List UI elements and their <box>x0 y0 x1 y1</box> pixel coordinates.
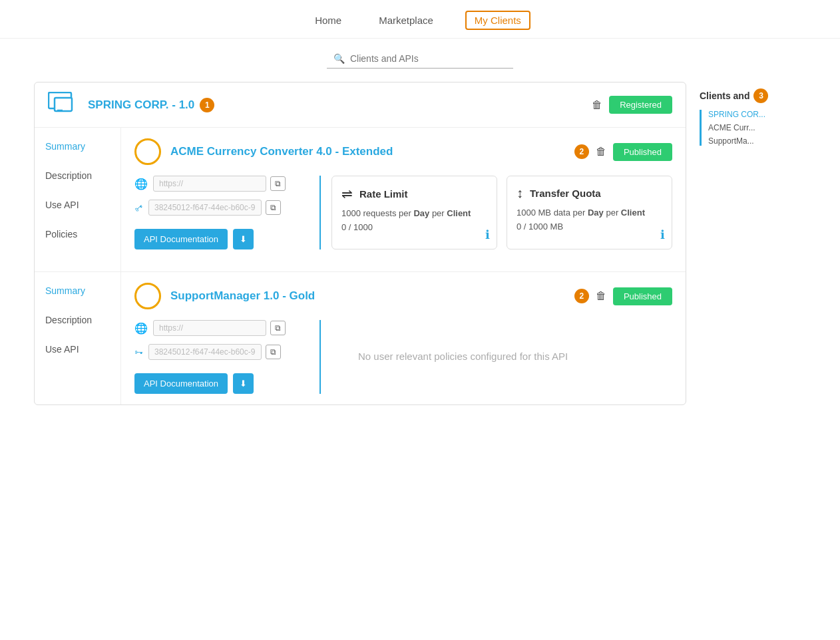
api1-nav-use-api[interactable]: Use API <box>45 200 120 210</box>
sidebar-links: SPRING COR... ACME Curr... SupportMa... <box>700 110 806 146</box>
sidebar-section-title: Clients and 3 <box>700 88 806 103</box>
api2-url-copy[interactable]: ⧉ <box>270 321 286 335</box>
api2-url-input[interactable] <box>153 320 266 336</box>
api1-download-button[interactable]: ⬇ <box>233 229 254 249</box>
client-badge: 1 <box>200 98 214 112</box>
api2-key-row: 🗝 ⧉ <box>134 344 309 360</box>
nav-marketplace[interactable]: Marketplace <box>373 12 439 29</box>
api-section-2: Summary Description Use API SupportManag… <box>35 272 686 404</box>
sidebar-link-acme[interactable]: ACME Curr... <box>708 123 788 132</box>
api-section-1: Summary Description Use API Policies ACM… <box>35 128 686 271</box>
api2-key-icon: 🗝 <box>134 347 143 357</box>
api2-badge: 2 <box>574 289 589 303</box>
api1-url-row: 🌐 ⧉ <box>134 176 309 192</box>
api2-body: 🌐 ⧉ 🗝 ⧉ API Document <box>134 320 672 394</box>
sidebar-link-spring[interactable]: SPRING COR... <box>708 110 788 119</box>
api2-no-policies: No user relevant policies configured for… <box>331 320 672 394</box>
api1-logo <box>134 138 161 165</box>
svg-rect-1 <box>55 98 72 111</box>
client-header: SPRING CORP. - 1.0 1 🗑 Registered <box>35 82 686 128</box>
api1-key-input[interactable] <box>148 200 262 216</box>
rate-limit-card: ⇌ Rate Limit 1000 requests per Day per C… <box>331 176 497 249</box>
key-icon: 🗝 <box>132 201 146 214</box>
transfer-quota-usage: 0 / 1000 MB <box>517 222 662 232</box>
search-icon: 🔍 <box>333 53 345 64</box>
rate-limit-desc: 1000 requests per Day per Client <box>341 208 487 218</box>
api2-nav-description[interactable]: Description <box>45 315 120 325</box>
transfer-quota-desc: 1000 MB data per Day per Client <box>517 208 662 218</box>
api2-key-input[interactable] <box>148 344 262 360</box>
transfer-quota-info-icon[interactable]: ℹ <box>660 228 665 242</box>
rate-limit-info-icon[interactable]: ℹ <box>485 228 490 242</box>
api2-nav-summary[interactable]: Summary <box>45 285 120 296</box>
left-panel: SPRING CORP. - 1.0 1 🗑 Registered Summar… <box>34 82 686 421</box>
sidebar-title-text: Clients and <box>700 90 749 101</box>
api1-title: ACME Currency Converter 4.0 - Extended <box>170 145 574 158</box>
sidebar-link-support[interactable]: SupportMa... <box>708 136 788 146</box>
api2-nav-use-api[interactable]: Use API <box>45 344 120 355</box>
api2-sidebar-nav: Summary Description Use API <box>35 272 121 404</box>
transfer-quota-header: ↕ Transfer Quota <box>517 186 662 201</box>
search-bar: 🔍 <box>327 49 513 69</box>
client-card: SPRING CORP. - 1.0 1 🗑 Registered Summar… <box>34 82 686 405</box>
transfer-quota-title: Transfer Quota <box>530 188 601 199</box>
rate-limit-icon: ⇌ <box>341 186 353 202</box>
api1-doc-button[interactable]: API Documentation <box>134 229 228 249</box>
api2-published-button[interactable]: Published <box>613 287 672 305</box>
api1-body: 🌐 ⧉ 🗝 ⧉ API Document <box>134 176 672 249</box>
client-title: SPRING CORP. - 1.0 1 <box>88 98 592 112</box>
api2-url-row: 🌐 ⧉ <box>134 320 309 336</box>
api1-url-copy[interactable]: ⧉ <box>270 176 286 191</box>
api1-nav-description[interactable]: Description <box>45 170 120 181</box>
nav-my-clients[interactable]: My Clients <box>465 11 530 30</box>
api2-doc-button[interactable]: API Documentation <box>134 373 228 394</box>
api2-delete-icon[interactable]: 🗑 <box>596 290 606 302</box>
client-delete-icon[interactable]: 🗑 <box>592 99 602 111</box>
rate-limit-title: Rate Limit <box>359 188 408 200</box>
api1-header: ACME Currency Converter 4.0 - Extended 2… <box>134 138 672 165</box>
sidebar-badge: 3 <box>753 88 768 103</box>
api2-content: SupportManager 1.0 - Gold 2 🗑 Published … <box>121 272 686 404</box>
api2-credentials: 🌐 ⧉ 🗝 ⧉ API Document <box>134 320 321 394</box>
client-name: SPRING CORP. - 1.0 <box>88 98 194 112</box>
api1-nav-summary[interactable]: Summary <box>45 141 120 152</box>
client-icon <box>48 92 80 118</box>
transfer-quota-card: ↕ Transfer Quota 1000 MB data per Day pe… <box>507 176 672 249</box>
api1-policy-cards: ⇌ Rate Limit 1000 requests per Day per C… <box>331 176 672 249</box>
main-content: SPRING CORP. - 1.0 1 🗑 Registered Summar… <box>21 82 819 421</box>
api2-key-copy[interactable]: ⧉ <box>266 345 281 359</box>
api2-header: SupportManager 1.0 - Gold 2 🗑 Published <box>134 283 672 309</box>
api2-title: SupportManager 1.0 - Gold <box>170 289 574 303</box>
api2-download-button[interactable]: ⬇ <box>233 373 254 394</box>
api1-key-copy[interactable]: ⧉ <box>266 200 281 215</box>
api1-url-input[interactable] <box>153 176 266 192</box>
api1-key-row: 🗝 ⧉ <box>134 200 309 216</box>
api1-badge: 2 <box>574 144 589 159</box>
api1-delete-icon[interactable]: 🗑 <box>596 146 606 158</box>
globe-icon: 🌐 <box>134 178 148 190</box>
right-sidebar: Clients and 3 SPRING COR... ACME Curr...… <box>700 82 806 421</box>
rate-limit-header: ⇌ Rate Limit <box>341 186 487 202</box>
search-input[interactable] <box>350 53 497 64</box>
api2-globe-icon: 🌐 <box>134 322 148 335</box>
api1-sidebar-nav: Summary Description Use API Policies <box>35 128 121 271</box>
top-navigation: Home Marketplace My Clients <box>0 0 840 39</box>
nav-home[interactable]: Home <box>310 12 347 29</box>
api2-logo <box>134 283 161 309</box>
registered-button[interactable]: Registered <box>609 96 672 114</box>
api1-nav-policies[interactable]: Policies <box>45 229 120 240</box>
api1-content: ACME Currency Converter 4.0 - Extended 2… <box>121 128 686 271</box>
api1-credentials: 🌐 ⧉ 🗝 ⧉ API Document <box>134 176 321 249</box>
no-policies-text: No user relevant policies configured for… <box>345 336 581 378</box>
api1-published-button[interactable]: Published <box>613 143 672 161</box>
transfer-quota-icon: ↕ <box>517 186 523 201</box>
rate-limit-usage: 0 / 1000 <box>341 222 487 232</box>
